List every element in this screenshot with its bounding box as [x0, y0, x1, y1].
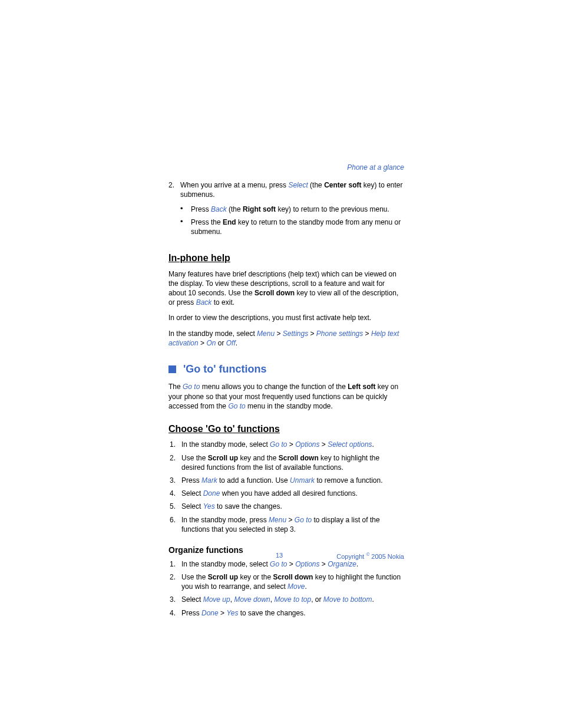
link-go-to[interactable]: Go to [295, 516, 312, 524]
link-options[interactable]: Options [295, 560, 319, 568]
link-phone-settings[interactable]: Phone settings [316, 330, 363, 338]
text: In the standby mode, select [181, 440, 270, 449]
text: (the [227, 205, 243, 213]
text: 2005 Nokia [369, 553, 404, 560]
separator: > [308, 330, 316, 338]
text: In the standby mode, select [168, 330, 257, 338]
list-body: Select Done when you have added all desi… [181, 489, 404, 498]
link-go-to[interactable]: Go to [270, 440, 287, 449]
separator: > [219, 609, 227, 617]
list-number: 2. [170, 453, 181, 463]
separator: > [199, 339, 207, 347]
list-body: Press Mark to add a function. Use Unmark… [181, 476, 404, 485]
list-body: Press Done > Yes to save the changes. [181, 608, 404, 618]
key-left-soft: Left soft [348, 383, 375, 391]
text: menu allows you to change the function o… [200, 383, 348, 391]
link-organize[interactable]: Organize [328, 560, 356, 568]
link-move-to-bottom[interactable]: Move to bottom [323, 595, 372, 604]
bullet-icon: • [180, 218, 191, 225]
text: Select [181, 489, 203, 498]
link-move-down[interactable]: Move down [234, 595, 270, 604]
list-item: 5. Select Yes to save the changes. [170, 502, 404, 511]
list-body: In the standby mode, select Go to > Opti… [181, 440, 404, 449]
text: (the [308, 181, 324, 189]
text: to exit. [211, 298, 234, 307]
link-settings[interactable]: Settings [283, 330, 308, 338]
link-done[interactable]: Done [203, 489, 220, 498]
text: to save the changes. [238, 609, 305, 617]
list-body: When you arrive at a menu, press Select … [180, 180, 404, 240]
text: Press [181, 609, 201, 617]
text: . [356, 560, 358, 568]
link-move-up[interactable]: Move up [203, 595, 230, 604]
link-back[interactable]: Back [196, 298, 212, 307]
list-number: 4. [170, 489, 181, 498]
key-center-soft: Center soft [324, 181, 361, 189]
text: Press [181, 476, 201, 485]
key-right-soft: Right soft [243, 205, 276, 213]
text: menu in the standby mode. [246, 402, 333, 410]
text: Press the [191, 218, 223, 226]
heading-in-phone-help: In-phone help [168, 252, 404, 265]
list-item: 1. In the standby mode, select Go to > O… [170, 559, 404, 569]
list-body: In the standby mode, select Go to > Opti… [181, 559, 404, 569]
text: , or [311, 595, 323, 604]
link-options[interactable]: Options [295, 440, 319, 449]
separator: > [275, 330, 283, 338]
text: Select [181, 502, 203, 510]
list-item: 3. Press Mark to add a function. Use Unm… [170, 476, 404, 485]
link-select[interactable]: Select [288, 181, 308, 189]
list-number: 3. [170, 595, 181, 604]
bullet-item: • Press Back (the Right soft key) to ret… [180, 205, 404, 214]
list-number: 4. [170, 608, 181, 618]
bullet-item: • Press the End key to return to the sta… [180, 218, 404, 236]
section-header-link[interactable]: Phone at a glance [168, 163, 404, 172]
text: key) to return to the previous menu. [276, 205, 389, 213]
key-scroll-down: Scroll down [279, 454, 319, 462]
text: When you arrive at a menu, press [180, 181, 288, 189]
link-back[interactable]: Back [211, 205, 227, 213]
link-move[interactable]: Move [287, 582, 305, 591]
page-number: 13 [276, 552, 283, 559]
paragraph: The Go to menu allows you to change the … [168, 382, 404, 411]
list-body: Use the Scroll up key or the Scroll down… [181, 572, 404, 591]
list-item-2: 2. When you arrive at a menu, press Sele… [168, 180, 404, 240]
link-select-options[interactable]: Select options [328, 440, 372, 449]
text: . [236, 339, 237, 347]
text: Copyright [336, 553, 366, 560]
heading-go-to-functions: 'Go to' functions [168, 362, 404, 376]
list-item: 3. Select Move up, Move down, Move to to… [170, 595, 404, 604]
link-go-to[interactable]: Go to [270, 560, 289, 568]
text: or [216, 339, 226, 347]
list-number: 1. [170, 440, 181, 449]
list-body: Use the Scroll up key and the Scroll dow… [181, 453, 404, 472]
list-body: In the standby mode, press Menu > Go to … [181, 515, 404, 534]
link-move-to-top[interactable]: Move to top [274, 595, 311, 604]
list-number: 2. [170, 572, 181, 582]
link-done[interactable]: Done [201, 609, 219, 617]
list-body: Select Move up, Move down, Move to top, … [181, 595, 404, 604]
link-off[interactable]: Off [226, 339, 236, 347]
list-number: 3. [170, 476, 181, 485]
link-yes[interactable]: Yes [226, 609, 238, 617]
text: to save the changes. [215, 502, 282, 510]
link-mark[interactable]: Mark [201, 476, 217, 485]
link-on[interactable]: On [206, 339, 216, 347]
link-unmark[interactable]: Unmark [290, 476, 315, 485]
text: to add a function. Use [217, 476, 290, 485]
link-go-to[interactable]: Go to [228, 402, 245, 410]
paragraph: In the standby mode, select Menu > Setti… [168, 329, 404, 348]
heading-text: 'Go to' functions [183, 362, 267, 376]
text: to remove a function. [315, 476, 382, 485]
list-item: 4. Press Done > Yes to save the changes. [170, 608, 404, 618]
list-item: 4. Select Done when you have added all d… [170, 489, 404, 498]
link-menu[interactable]: Menu [269, 516, 286, 524]
link-menu[interactable]: Menu [257, 330, 275, 338]
text: Use the [181, 573, 208, 581]
text: The [168, 383, 183, 391]
text: In the standby mode, press [181, 516, 269, 524]
square-bullet-icon [168, 365, 176, 373]
link-yes[interactable]: Yes [203, 502, 215, 510]
link-go-to[interactable]: Go to [183, 383, 200, 391]
list-number: 6. [170, 515, 181, 525]
